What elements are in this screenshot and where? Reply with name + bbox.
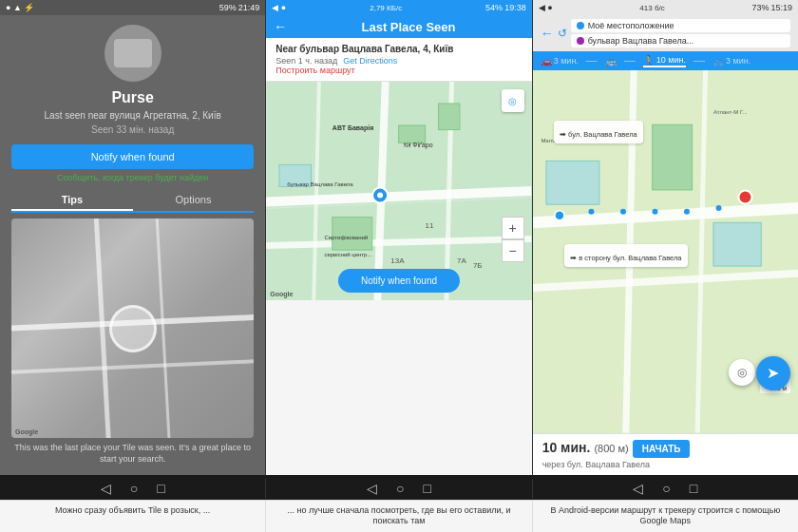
- svg-text:сервісний центр...: сервісний центр...: [325, 252, 372, 257]
- tab-tips[interactable]: Tips: [11, 190, 133, 211]
- map-location-circle: [109, 305, 157, 352]
- location-inputs: Моё местоположение бульвар Вацлава Гавел…: [571, 19, 790, 48]
- nav-section-3: ◁ ○ □: [533, 479, 798, 498]
- back-nav-button-1[interactable]: ◁: [101, 481, 111, 496]
- bike-time: 3 мин.: [726, 56, 750, 66]
- status-left-2: ◀ ●: [272, 3, 286, 12]
- transport-bike[interactable]: 🚲 3 мин.: [712, 56, 750, 66]
- bus-icon: 🚌: [605, 56, 617, 66]
- tabs-row: Tips Options: [11, 190, 254, 213]
- transport-bus[interactable]: 🚌: [605, 56, 617, 66]
- locate-button-2[interactable]: ◎: [502, 89, 524, 112]
- zoom-in-button[interactable]: +: [502, 217, 524, 239]
- screen3-header: ← ↺ Моё местоположение бульвар Вацлава Г…: [533, 15, 798, 51]
- tab-options[interactable]: Options: [133, 190, 255, 211]
- svg-rect-32: [652, 124, 692, 190]
- back-nav-button-2[interactable]: ◁: [367, 481, 377, 496]
- from-location-row[interactable]: Моё местоположение: [571, 19, 790, 32]
- signal-icons-1: ● ▲ ⚡: [6, 3, 34, 12]
- transport-walk[interactable]: 🚶 10 мин.: [643, 55, 686, 67]
- bike-icon: 🚲: [712, 56, 724, 66]
- route-card-1: ➡ бул. Вацлава Гавела: [554, 121, 643, 143]
- svg-point-34: [555, 211, 564, 220]
- to-location-row[interactable]: бульвар Вацлава Гавела...: [571, 34, 790, 48]
- back-nav-button-3[interactable]: ◁: [633, 481, 643, 496]
- device-icon-container: [104, 25, 162, 82]
- svg-point-36: [620, 209, 626, 215]
- total-dist: (800 м): [594, 443, 628, 454]
- map-preview: Google: [11, 218, 254, 438]
- via-text: через бул. Вацлава Гавела: [542, 460, 788, 469]
- recent-nav-button-2[interactable]: □: [423, 481, 430, 496]
- svg-rect-12: [439, 104, 460, 130]
- home-nav-button-2[interactable]: ○: [396, 481, 404, 496]
- svg-text:бульвар Вацлава Гавела: бульвар Вацлава Гавела: [288, 181, 354, 187]
- screen2-title: Last Place Seen: [293, 20, 523, 34]
- time-3: 15:19: [770, 3, 792, 12]
- route-card-2-text: ➡ в сторону бул. Вацлава Гавела: [570, 254, 681, 262]
- recent-nav-button-3[interactable]: □: [690, 481, 697, 496]
- sep-1: —: [586, 54, 598, 67]
- status-right-2: 54% 19:38: [485, 3, 526, 12]
- seen-label-2: Seen 1 ч. назад: [276, 56, 337, 66]
- locate-icon-3: ◎: [737, 366, 747, 379]
- screen1-body: Purse Last seen near вулиця Агрегатна, 2…: [0, 15, 265, 475]
- from-dot: [577, 22, 584, 29]
- svg-rect-11: [399, 125, 426, 142]
- transport-car[interactable]: 🚗 3 мин.: [541, 56, 579, 66]
- sep-3: —: [694, 54, 705, 67]
- bottom-time-row: 10 мин. (800 м) НАЧАТЬ: [542, 440, 788, 458]
- back-arrow-2[interactable]: ←: [274, 19, 287, 34]
- battery-2: 54%: [485, 3, 503, 12]
- nav-fab-button[interactable]: ➤: [756, 356, 790, 390]
- map-description: This was the last place your Tile was se…: [11, 443, 254, 465]
- caption-bar: Можно сразу объявить Tile в розыск, ... …: [0, 500, 798, 532]
- screen3-bottom-panel: 10 мин. (800 м) НАЧАТЬ через бул. Вацлав…: [533, 433, 798, 475]
- nav-icon: ➤: [767, 364, 779, 382]
- locate-button-3[interactable]: ◎: [729, 359, 755, 386]
- svg-point-35: [588, 209, 594, 215]
- data-speed-3: 413 б/с: [639, 4, 664, 12]
- google-logo-2: Google: [270, 291, 293, 297]
- status-right-3: 73% 15:19: [751, 3, 792, 12]
- refresh-icon-3[interactable]: ↺: [558, 27, 567, 40]
- total-time: 10 мин.: [542, 440, 591, 455]
- svg-text:🍽 Фіґаро: 🍽 Фіґаро: [405, 142, 433, 149]
- screen-3: ◀ ● 413 б/с 73% 15:19 ← ↺ Моё местополож…: [533, 0, 798, 475]
- back-arrow-3[interactable]: ←: [541, 26, 554, 41]
- screen-1: ● ▲ ⚡ 59% 21:49 Purse Last seen near вул…: [0, 0, 266, 475]
- svg-text:Сертифікований: Сертифікований: [325, 235, 369, 240]
- screen3-map: Атлант-М Г... Mamamia!Г ➡ бул. Вацлава Г…: [533, 70, 798, 433]
- nav-bar: ◁ ○ □ ◁ ○ □ ◁ ○ □: [0, 475, 798, 500]
- notify-when-found-button-1[interactable]: Notify when found: [11, 144, 254, 169]
- from-location-text: Моё местоположение: [588, 21, 674, 30]
- recent-nav-button-1[interactable]: □: [157, 481, 164, 496]
- screen2-header: ← Last Place Seen: [266, 15, 531, 38]
- caption-1: Можно сразу объявить Tile в розыск, ...: [0, 501, 266, 532]
- data-speed-2: 2,79 КБ/с: [370, 4, 402, 12]
- home-nav-button-1[interactable]: ○: [130, 481, 138, 496]
- svg-text:13A: 13A: [391, 256, 406, 265]
- caption-3: В Android-версии маршрут к трекеру строи…: [533, 501, 798, 532]
- svg-text:7A: 7A: [457, 256, 466, 265]
- nav-section-2: ◁ ○ □: [266, 479, 532, 498]
- svg-point-40: [738, 191, 751, 204]
- to-location-text: бульвар Вацлава Гавела...: [588, 36, 694, 46]
- directions-link[interactable]: Get Directions: [343, 56, 397, 66]
- svg-text:7Б: 7Б: [473, 261, 483, 270]
- time-2: 19:38: [504, 3, 526, 12]
- caption-2: ... но лучше сначала посмотреть, где вы …: [266, 501, 532, 532]
- zoom-out-button[interactable]: −: [502, 239, 524, 262]
- home-nav-button-3[interactable]: ○: [662, 481, 670, 496]
- start-navigation-button[interactable]: НАЧАТЬ: [633, 440, 691, 458]
- svg-rect-33: [713, 222, 761, 266]
- google-logo-1: Google: [15, 428, 38, 435]
- car-icon: 🚗: [541, 56, 552, 66]
- route-card-1-text: ➡ бул. Вацлава Гавела: [560, 130, 637, 139]
- svg-line-2: [96, 218, 108, 438]
- zoom-buttons: + −: [502, 217, 524, 262]
- build-route-link[interactable]: Построить маршрут: [276, 66, 522, 75]
- notify-when-found-button-2[interactable]: Notify when found: [338, 269, 460, 293]
- map-roads-svg: 11 13A 7A 7Б АВТ Баварія 🍽 Фіґаро бульва…: [266, 82, 531, 300]
- svg-point-39: [715, 205, 721, 211]
